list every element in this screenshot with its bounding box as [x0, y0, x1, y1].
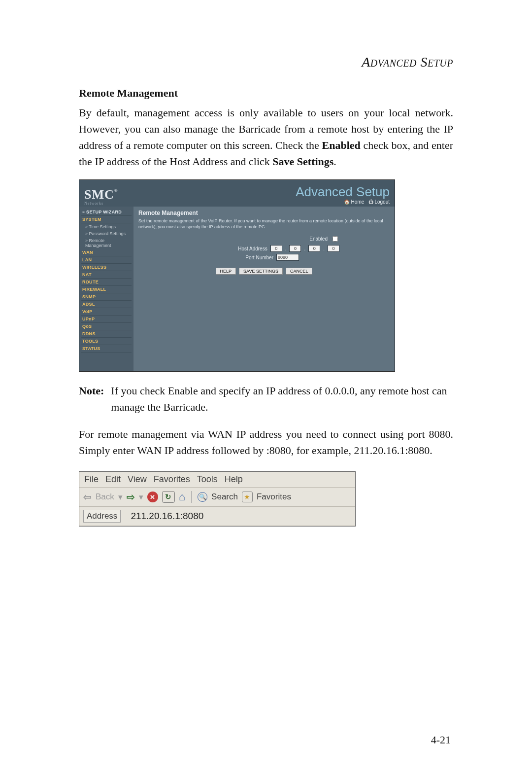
page-number: 4-21 — [431, 734, 451, 746]
sidebar-system[interactable]: SYSTEM — [81, 216, 132, 223]
menu-file[interactable]: File — [84, 474, 99, 485]
menu-view[interactable]: View — [128, 474, 147, 485]
forward-arrow-icon[interactable]: ⇨ — [127, 491, 135, 503]
port-label: Port Number — [195, 255, 273, 260]
menu-favorites[interactable]: Favorites — [154, 474, 190, 485]
row-host: Host Address . . . — [138, 245, 339, 252]
host-octet-3[interactable] — [308, 245, 320, 252]
nav-bar: ⇦ Back ▾ ⇨ ▾ ✕ ↻ ⌂ 🔍 Search ★ Favorites — [79, 488, 355, 507]
host-label: Host Address — [189, 246, 267, 251]
intro-bold-2: Save Settings — [272, 155, 333, 168]
router-body: » SETUP WIZARD SYSTEM » Time Settings » … — [79, 207, 395, 372]
note-block: Note: If you check Enable and specify an… — [79, 383, 453, 415]
sidebar-nat[interactable]: NAT — [81, 271, 132, 279]
sidebar-status[interactable]: STATUS — [81, 345, 132, 352]
document-page: Advanced Setup Remote Management By defa… — [0, 0, 532, 774]
separator — [191, 491, 192, 503]
menu-tools[interactable]: Tools — [197, 474, 218, 485]
router-header: SMC® Networks Advanced Setup 🏠 Home ⏻ Lo… — [79, 180, 395, 207]
stop-icon[interactable]: ✕ — [147, 492, 158, 502]
content-title: Remote Management — [138, 210, 390, 216]
address-bar: Address 211.20.16.1:8080 — [79, 507, 355, 526]
content-pane: Remote Management Set the remote managem… — [133, 207, 395, 372]
sidebar-tools[interactable]: TOOLS — [81, 338, 132, 345]
sidebar-adsl[interactable]: ADSL — [81, 301, 132, 308]
forward-dropdown-icon[interactable]: ▾ — [139, 492, 143, 502]
favorites-label[interactable]: Favorites — [257, 492, 291, 502]
sidebar-remote-management[interactable]: » Remote Management — [81, 237, 132, 249]
note-body: If you check Enable and specify an IP ad… — [111, 383, 453, 415]
body-paragraph: For remote management via WAN IP address… — [79, 426, 453, 458]
host-octet-1[interactable] — [270, 245, 282, 252]
button-row: HELP SAVE SETTINGS CANCEL — [138, 268, 390, 275]
intro-text-3: . — [333, 155, 336, 168]
row-enabled: Enabled — [138, 235, 339, 243]
host-octet-2[interactable] — [289, 245, 301, 252]
sidebar-wan[interactable]: WAN — [81, 249, 132, 256]
back-dropdown-icon[interactable]: ▾ — [118, 492, 123, 502]
sidebar-setup-wizard[interactable]: » SETUP WIZARD — [81, 209, 132, 216]
home-link[interactable]: Home — [351, 199, 365, 205]
favorites-icon: ★ — [242, 492, 253, 502]
brand-reg: ® — [114, 188, 118, 193]
sidebar-time-settings[interactable]: » Time Settings — [81, 223, 132, 230]
brand-text: SMC — [84, 187, 114, 202]
enabled-label: Enabled — [249, 236, 328, 242]
sidebar-password-settings[interactable]: » Password Settings — [81, 230, 132, 237]
page-header: Advanced Setup — [79, 54, 453, 70]
search-label[interactable]: Search — [211, 492, 238, 502]
help-button[interactable]: HELP — [216, 268, 236, 275]
sidebar: » SETUP WIZARD SYSTEM » Time Settings » … — [79, 207, 133, 372]
sidebar-route[interactable]: ROUTE — [81, 279, 132, 286]
back-arrow-icon[interactable]: ⇦ — [83, 491, 92, 503]
note-label: Note: — [79, 383, 104, 415]
sidebar-ddns[interactable]: DDNS — [81, 330, 132, 338]
menu-bar: File Edit View Favorites Tools Help — [79, 472, 355, 488]
sidebar-upnp[interactable]: UPnP — [81, 316, 132, 323]
browser-toolbar-screenshot: File Edit View Favorites Tools Help ⇦ Ba… — [79, 471, 356, 527]
sidebar-wireless[interactable]: WIRELESS — [81, 264, 132, 271]
address-value[interactable]: 211.20.16.1:8080 — [121, 511, 203, 522]
section-subtitle: Remote Management — [79, 87, 453, 100]
header-title: Advanced Setup — [296, 185, 390, 198]
brand-logo: SMC® Networks — [84, 188, 118, 206]
refresh-icon[interactable]: ↻ — [162, 491, 175, 503]
save-settings-button[interactable]: SAVE SETTINGS — [239, 268, 283, 275]
address-label: Address — [83, 510, 121, 523]
sidebar-firewall[interactable]: FIREWALL — [81, 286, 132, 293]
logout-link[interactable]: Logout — [374, 199, 390, 205]
sidebar-lan[interactable]: LAN — [81, 256, 132, 264]
row-port: Port Number — [138, 254, 339, 261]
intro-paragraph: By default, management access is only av… — [79, 105, 453, 170]
header-right: Advanced Setup 🏠 Home ⏻ Logout — [296, 185, 390, 206]
sidebar-voip[interactable]: VoIP — [81, 308, 132, 316]
sidebar-qos[interactable]: QoS — [81, 323, 132, 330]
home-icon[interactable]: ⌂ — [179, 491, 185, 503]
menu-edit[interactable]: Edit — [105, 474, 121, 485]
back-label: Back — [96, 492, 114, 502]
brand-sub: Networks — [84, 202, 118, 206]
search-icon: 🔍 — [198, 492, 207, 502]
menu-help[interactable]: Help — [225, 474, 243, 485]
header-links: 🏠 Home ⏻ Logout — [296, 200, 390, 205]
cancel-button[interactable]: CANCEL — [286, 268, 313, 275]
intro-bold-1: Enabled — [322, 139, 361, 151]
enabled-checkbox[interactable] — [332, 236, 338, 242]
port-input[interactable] — [276, 254, 299, 261]
home-icon: 🏠 — [344, 199, 350, 205]
logout-icon: ⏻ — [368, 199, 373, 205]
content-description: Set the remote management of the VoIP Ro… — [138, 218, 390, 230]
router-screenshot: SMC® Networks Advanced Setup 🏠 Home ⏻ Lo… — [79, 179, 395, 372]
sidebar-snmp[interactable]: SNMP — [81, 293, 132, 301]
host-octet-4[interactable] — [328, 245, 339, 252]
